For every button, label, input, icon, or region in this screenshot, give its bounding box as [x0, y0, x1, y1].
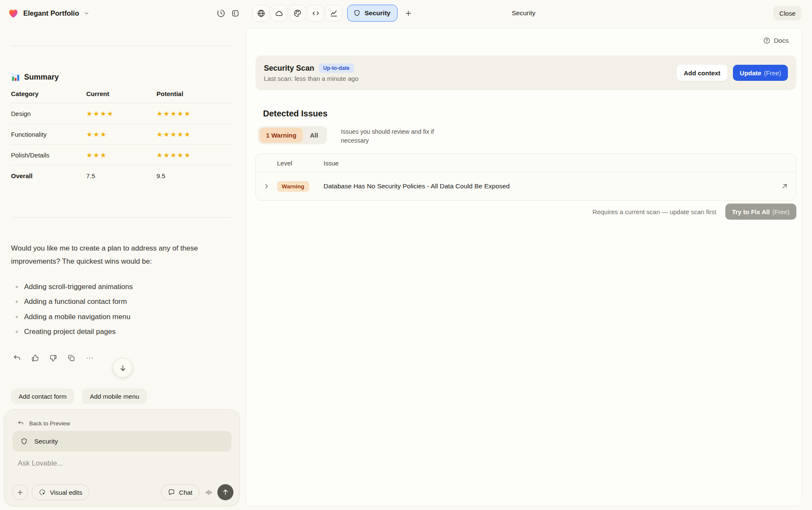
- add-context-button[interactable]: Add context: [677, 65, 728, 81]
- update-label: Update: [740, 69, 761, 77]
- col-potential: Potential: [156, 90, 231, 97]
- project-selector[interactable]: Elegant Portfolio: [8, 0, 90, 26]
- list-item: Adding a mobile navigation menu: [11, 309, 231, 325]
- thumbs-up-icon[interactable]: [31, 354, 39, 362]
- docs-label: Docs: [774, 37, 789, 44]
- current-stars: ★★★: [86, 130, 156, 138]
- issues-table-body: WarningDatabase Has No Security Policies…: [256, 172, 796, 200]
- scan-info: Security Scan Up-to-date Last scan: less…: [264, 63, 358, 82]
- table-row[interactable]: WarningDatabase Has No Security Policies…: [256, 172, 796, 200]
- chat-mode-button-label: Chat: [179, 489, 192, 496]
- tab-security-label: Security: [365, 9, 390, 17]
- issues-filter-tabs: 1 Warning All: [258, 126, 327, 144]
- overall-current: 7.5: [86, 172, 156, 179]
- help-circle-icon: [763, 37, 771, 44]
- chat-mode-security[interactable]: Security: [13, 431, 231, 452]
- improvement-list: Adding scroll-triggered animationsAdding…: [11, 279, 231, 339]
- issues-footer: Requires a current scan — update scan fi…: [593, 204, 796, 220]
- potential-stars: ★★★★★: [156, 151, 231, 159]
- copy-icon[interactable]: [67, 354, 76, 362]
- chat-mode-label: Security: [34, 438, 58, 445]
- attach-button[interactable]: [12, 485, 28, 500]
- globe-button[interactable]: [252, 5, 269, 22]
- last-scan-text: Last scan: less than a minute ago: [264, 75, 358, 82]
- chat-controls: Visual edits Chat: [12, 484, 233, 500]
- suggestion-pills: Add contact formAdd mobile menu: [11, 389, 147, 404]
- plus-icon: [16, 489, 24, 496]
- chevron-right-icon[interactable]: [263, 183, 270, 190]
- scroll-to-bottom-button[interactable]: [113, 358, 132, 378]
- visual-edits-button[interactable]: Visual edits: [32, 484, 89, 500]
- fix-all-label: Try to Fix All: [732, 208, 770, 215]
- scan-status-badge: Up-to-date: [319, 63, 354, 73]
- return-arrow-icon: [17, 420, 24, 427]
- view-switcher: [252, 5, 342, 22]
- security-panel: Docs Security Scan Up-to-date Last scan:…: [246, 28, 802, 506]
- palette-icon: [293, 9, 302, 18]
- theme-button[interactable]: [289, 5, 306, 22]
- shield-icon: [353, 9, 361, 17]
- page-title: Security: [512, 0, 535, 26]
- chat-mode-button[interactable]: Chat: [161, 484, 200, 500]
- update-scan-button[interactable]: Update (Free): [733, 65, 788, 81]
- summary-row: Polish/Details★★★★★★★★: [11, 145, 231, 165]
- suggestion-pill[interactable]: Add contact form: [11, 389, 74, 404]
- divider: [11, 46, 231, 46]
- potential-stars: ★★★★★: [156, 130, 231, 138]
- docs-link[interactable]: Docs: [763, 37, 789, 44]
- tab-security[interactable]: Security: [347, 5, 398, 22]
- cloud-button[interactable]: [271, 5, 288, 22]
- lovable-logo-icon: [8, 8, 19, 19]
- summary-row: Functionality★★★★★★★★: [11, 124, 231, 145]
- message-actions: [13, 354, 94, 362]
- summary-category: Polish/Details: [11, 152, 86, 159]
- tab-warnings[interactable]: 1 Warning: [260, 128, 303, 143]
- send-button[interactable]: [217, 484, 233, 500]
- arrow-down-icon: [119, 364, 127, 372]
- top-bar: Elegant Portfolio: [0, 0, 812, 26]
- thumbs-down-icon[interactable]: [49, 354, 58, 362]
- try-to-fix-all-button[interactable]: Try to Fix All (Free): [725, 204, 796, 220]
- scan-title: Security Scan: [264, 64, 314, 73]
- update-free-suffix: (Free): [764, 69, 781, 77]
- device-panel-icon[interactable]: [228, 5, 242, 22]
- suggestion-pill[interactable]: Add mobile menu: [82, 389, 147, 404]
- summary-heading: Summary: [11, 73, 231, 82]
- list-item: Creating project detail pages: [11, 325, 231, 340]
- more-options-icon[interactable]: [85, 354, 94, 362]
- detected-issues-heading: Detected Issues: [263, 109, 327, 119]
- issue-text: Database Has No Security Policies - All …: [324, 182, 773, 190]
- issues-helper-text: Issues you should review and fix if nece…: [341, 127, 436, 145]
- cloud-icon: [275, 9, 284, 18]
- footer-note: Requires a current scan — update scan fi…: [593, 208, 716, 215]
- back-to-preview-button[interactable]: Back to Preview: [17, 420, 70, 427]
- chart-line-icon: [329, 9, 338, 18]
- code-icon: [311, 9, 320, 18]
- bar-chart-icon: [11, 73, 20, 82]
- summary-row: Design★★★★★★★★★: [11, 103, 231, 124]
- analytics-button[interactable]: [325, 5, 342, 22]
- chat-panel: Back to Preview Security Ask Lovable... …: [4, 409, 240, 506]
- add-tab-button[interactable]: [401, 5, 415, 22]
- open-external-icon[interactable]: [781, 182, 788, 190]
- divider: [11, 217, 231, 218]
- summary-category: Functionality: [11, 131, 86, 138]
- shield-icon: [20, 438, 28, 445]
- code-button[interactable]: [307, 5, 324, 22]
- summary-title: Summary: [24, 73, 59, 82]
- arrow-up-icon: [222, 488, 229, 496]
- issues-table-header: Level Issue: [256, 154, 796, 172]
- chat-input[interactable]: Ask Lovable...: [18, 459, 63, 468]
- summary-overall-row: Overall 7.5 9.5: [11, 165, 231, 186]
- voice-waveform-icon[interactable]: [201, 484, 216, 500]
- chevron-down-icon: [83, 10, 90, 17]
- visual-edits-label: Visual edits: [50, 489, 82, 496]
- tab-all[interactable]: All: [303, 128, 325, 143]
- col-level: Level: [277, 160, 324, 167]
- summary-section: Summary Category Current Potential Desig…: [11, 73, 231, 186]
- security-scan-card: Security Scan Up-to-date Last scan: less…: [255, 55, 796, 90]
- history-icon[interactable]: [214, 5, 228, 22]
- undo-icon[interactable]: [13, 354, 21, 362]
- overall-label: Overall: [11, 172, 86, 179]
- close-button[interactable]: Close: [773, 6, 802, 20]
